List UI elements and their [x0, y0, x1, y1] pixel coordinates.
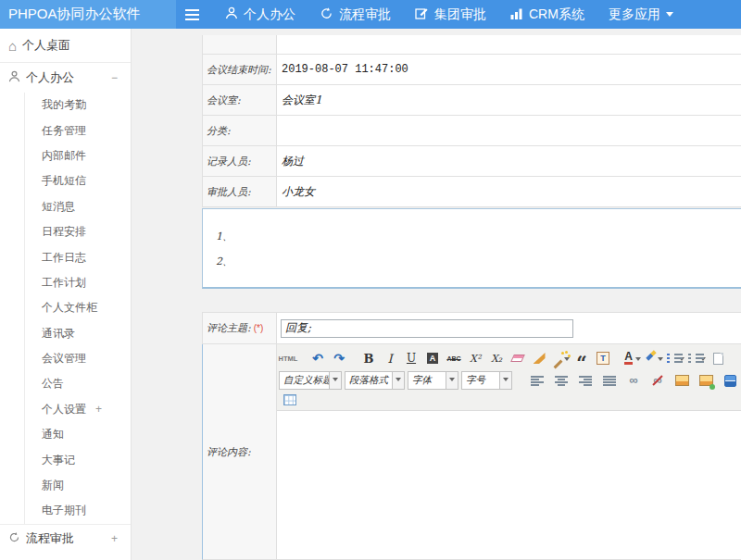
insert-link-button[interactable]: ∞: [624, 371, 643, 390]
sidebar-item-notice[interactable]: 通知: [25, 422, 131, 447]
caret-down-icon: [499, 372, 511, 389]
sidebar-item-my-attendance[interactable]: 我的考勤: [25, 93, 131, 118]
sidebar-item-work-log[interactable]: 工作日志: [25, 244, 131, 269]
paste-as-text-button[interactable]: T: [594, 349, 612, 367]
align-center-button[interactable]: [552, 371, 571, 390]
superscript-button[interactable]: X²: [466, 349, 484, 367]
align-right-button[interactable]: [576, 371, 595, 390]
remove-link-button[interactable]: ∞: [648, 371, 667, 390]
sidebar-item-contacts[interactable]: 通讯录: [25, 321, 131, 346]
bold-button[interactable]: B: [359, 349, 378, 367]
field-label: 评论主题: (*): [203, 313, 277, 343]
remove-format-button[interactable]: [509, 349, 527, 367]
sidebar-item-e-journal[interactable]: 电子期刊: [25, 498, 131, 523]
nav-item-more-apps[interactable]: 更多应用: [609, 6, 673, 23]
caret-down-icon: [564, 357, 570, 364]
new-page-button[interactable]: [709, 349, 727, 367]
align-right-icon: [579, 376, 592, 386]
edit-icon: [415, 6, 429, 22]
sidebar-item-news[interactable]: 新闻: [25, 473, 131, 498]
sidebar-section-personal-office[interactable]: 个人办公 −: [0, 63, 131, 93]
redo-icon: ↷: [333, 351, 345, 366]
redo-button[interactable]: ↷: [330, 349, 348, 367]
sidebar-item-memorabilia[interactable]: 大事记: [25, 447, 131, 472]
sidebar-item-announcement[interactable]: 公告: [25, 371, 131, 396]
main-content: 会议结束时间: 2019-08-07 11:47:00 会议室: 会议室1 分类…: [132, 29, 741, 560]
field-label: 评论内容:: [203, 344, 277, 559]
nav-item-group-approval[interactable]: 集团审批: [415, 6, 486, 23]
highlight-color-button[interactable]: [645, 349, 663, 367]
field-value: [277, 116, 741, 145]
table-row: 会议室: 会议室1: [203, 85, 741, 116]
unordered-list-button[interactable]: [687, 349, 706, 367]
unordered-list-icon: [687, 354, 697, 364]
underline-icon: U: [407, 352, 416, 365]
image-icon: [675, 375, 689, 386]
insert-table-button[interactable]: [279, 391, 297, 409]
comment-subject-input[interactable]: [281, 319, 573, 338]
sidebar-item-task-management[interactable]: 任务管理: [25, 118, 131, 143]
home-icon: ⌂: [8, 39, 17, 53]
sidebar-item-short-message[interactable]: 短消息: [25, 194, 131, 219]
sidebar-item-mobile-sms[interactable]: 手机短信: [25, 168, 131, 193]
custom-heading-dropdown[interactable]: 自定义标题: [279, 371, 342, 390]
expand-indicator: +: [95, 403, 102, 416]
process-icon: [320, 6, 333, 23]
nav-item-personal-office[interactable]: 个人办公: [225, 6, 295, 23]
sidebar: ⌂ 个人桌面 个人办公 − 我的考勤 任务管理 内部邮件 手机短信 短消息 日程…: [0, 29, 132, 560]
nav-item-crm[interactable]: CRM系统: [510, 6, 584, 23]
quick-format-button[interactable]: [551, 349, 570, 367]
meeting-content-box: 1、 2、: [202, 208, 741, 289]
broom-icon: [534, 353, 546, 364]
upload-image-button[interactable]: [697, 371, 715, 390]
sidebar-item-internal-mail[interactable]: 内部邮件: [25, 143, 131, 168]
align-justify-button[interactable]: [600, 371, 619, 390]
sidebar-item-personal-settings[interactable]: 个人设置 +: [25, 397, 131, 422]
hamburger-icon: [185, 9, 199, 20]
sidebar-item-work-plan[interactable]: 工作计划: [25, 270, 131, 295]
format-brush-button[interactable]: [530, 349, 548, 367]
strikethrough-button[interactable]: ABC: [445, 349, 463, 367]
html-icon: HTML: [279, 355, 298, 363]
sidebar-item-personal-file-cabinet[interactable]: 个人文件柜: [25, 295, 131, 320]
font-color-icon: A: [624, 352, 633, 365]
undo-button[interactable]: ↶: [308, 349, 327, 367]
comment-table: 评论主题: (*) 评论内容: HTML ↶ ↷ B: [202, 312, 741, 560]
sidebar-item-schedule[interactable]: 日程安排: [25, 219, 131, 244]
subscript-button[interactable]: X₂: [487, 349, 506, 367]
field-value: 2019-08-07 11:47:00: [277, 55, 741, 84]
font-style-button[interactable]: A: [423, 349, 442, 367]
sidebar-section-process-approval[interactable]: 流程审批 +: [0, 524, 131, 554]
font-family-dropdown[interactable]: 字体: [408, 371, 458, 390]
field-label: 会议室:: [203, 85, 277, 115]
insert-media-button[interactable]: [721, 371, 739, 390]
strikethrough-icon: ABC: [446, 355, 460, 362]
nav-item-process-approval[interactable]: 流程审批: [320, 6, 391, 23]
media-icon: [724, 375, 736, 387]
editor-content-area[interactable]: [277, 411, 741, 559]
sidebar-item-meeting-management[interactable]: 会议管理: [25, 346, 131, 371]
subscript-icon: X₂: [491, 353, 502, 365]
note-line: 2、: [216, 255, 741, 280]
underline-button[interactable]: U: [402, 349, 421, 367]
menu-toggle-button[interactable]: [185, 6, 199, 23]
required-mark: (*): [254, 323, 264, 333]
superscript-icon: X²: [470, 353, 481, 365]
table-row: 分类:: [203, 116, 741, 146]
process-icon: [8, 531, 20, 546]
table-row: [203, 35, 741, 55]
sidebar-item-desktop[interactable]: ⌂ 个人桌面: [0, 29, 131, 63]
blockquote-button[interactable]: “: [572, 349, 591, 367]
italic-button[interactable]: I: [381, 349, 399, 367]
personal-office-submenu: 我的考勤 任务管理 内部邮件 手机短信 短消息 日程安排 工作日志 工作计划 个…: [24, 93, 131, 524]
align-left-button[interactable]: [528, 371, 546, 390]
ordered-list-button[interactable]: [666, 349, 684, 367]
font-size-dropdown[interactable]: 字号: [461, 371, 512, 390]
eraser-icon: [510, 355, 525, 362]
source-code-button[interactable]: HTML: [279, 349, 297, 367]
field-value: [277, 35, 741, 54]
paragraph-format-dropdown[interactable]: 段落格式: [345, 371, 405, 390]
font-color-button[interactable]: A: [623, 349, 642, 367]
insert-image-button[interactable]: [672, 371, 691, 390]
meeting-detail-table: 会议结束时间: 2019-08-07 11:47:00 会议室: 会议室1 分类…: [202, 35, 741, 207]
